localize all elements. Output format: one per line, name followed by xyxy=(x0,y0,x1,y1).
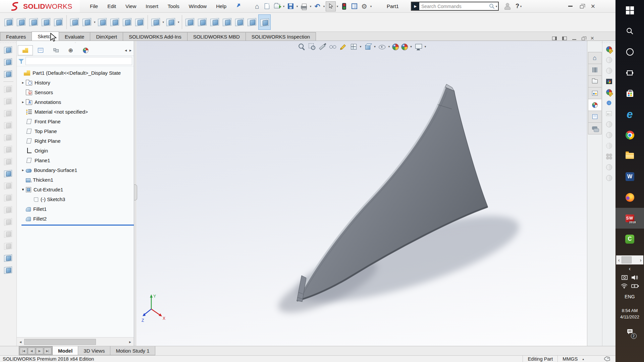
menu-insert[interactable]: Insert xyxy=(141,2,163,11)
panel-collapse-dot-icon[interactable]: ◦ xyxy=(17,41,134,45)
save-button[interactable] xyxy=(285,1,296,11)
search-commands-box[interactable]: ▶ ▾ xyxy=(411,2,499,11)
open-button[interactable] xyxy=(272,1,282,11)
tab-model[interactable]: Model xyxy=(52,346,78,355)
tree-item-sensors[interactable]: Sensors xyxy=(17,87,134,97)
tree-horizontal-scrollbar[interactable]: ◂ ▸ xyxy=(17,337,134,346)
word-button[interactable]: W xyxy=(615,166,644,187)
edit-appearance-icon[interactable] xyxy=(339,43,347,51)
ruled-surface-icon[interactable] xyxy=(109,14,121,30)
firefox-button[interactable] xyxy=(615,187,644,208)
tab-display-manager[interactable] xyxy=(78,45,93,55)
edit-decal-icon[interactable] xyxy=(604,87,614,97)
section-view-icon[interactable] xyxy=(318,43,326,51)
replace-face-icon[interactable] xyxy=(233,14,246,30)
units-caret-icon[interactable]: ▴ xyxy=(582,357,584,361)
document-restore-icon[interactable] xyxy=(582,38,585,40)
clock-date[interactable]: 4/11/2022 xyxy=(620,314,639,319)
camera-target-icon[interactable]: ⊕ xyxy=(604,98,614,108)
tab-dimxpert-manager[interactable]: ⊕ xyxy=(63,45,78,55)
tree-item-cut-extrude1[interactable]: ▼Cut-Extrude1 xyxy=(17,185,134,194)
cortana-button[interactable] xyxy=(615,42,644,62)
revolved-surface-icon[interactable] xyxy=(15,14,28,30)
filter-funnel-icon[interactable] xyxy=(18,59,24,64)
viewport-canvas[interactable]: ▾ ▾ ▾ ▾ ▾ xyxy=(137,41,587,346)
action-center-button[interactable]: 2 xyxy=(626,328,634,337)
tree-item-material[interactable]: Material <not specified> xyxy=(17,107,134,117)
home-button[interactable]: ⌂ xyxy=(252,1,262,11)
last-tab-button[interactable]: ▶| xyxy=(44,348,51,354)
taskbar-scrollbar[interactable]: ‹ › xyxy=(616,255,643,264)
tree-item-front-plane[interactable]: Front Plane xyxy=(17,117,134,126)
close-button[interactable]: × xyxy=(588,2,598,11)
panel-splitter-grip[interactable] xyxy=(134,184,137,200)
restore-button[interactable] xyxy=(577,2,587,11)
tag-icon[interactable] xyxy=(604,356,610,361)
document-close-icon[interactable]: × xyxy=(590,36,594,41)
search-commands-input[interactable] xyxy=(419,4,489,9)
select-tool-button[interactable] xyxy=(326,1,336,11)
delete-face-icon[interactable] xyxy=(246,14,258,30)
zoom-to-fit-icon[interactable] xyxy=(298,43,306,51)
lofted-surface-icon[interactable] xyxy=(40,14,52,30)
help-button[interactable]: ? xyxy=(516,3,519,10)
tab-solidworks-inspection[interactable]: SOLIDWORKS Inspection xyxy=(246,32,316,41)
edit-appearance-icon[interactable] xyxy=(604,44,614,54)
tab-file-explorer[interactable] xyxy=(588,75,602,87)
menu-view[interactable]: View xyxy=(121,2,141,11)
language-indicator[interactable]: ENG xyxy=(625,294,635,299)
tab-design-library[interactable] xyxy=(588,64,602,76)
menu-window[interactable]: Window xyxy=(184,2,211,11)
pin-menu-icon[interactable] xyxy=(234,3,243,10)
pane-right-icon[interactable] xyxy=(562,37,567,40)
scroll-left-icon[interactable]: ◂ xyxy=(17,340,23,344)
scrollbar-thumb[interactable] xyxy=(24,339,96,345)
apply-scene-caret-icon[interactable]: ▾ xyxy=(410,45,412,48)
feature-tool-icon[interactable] xyxy=(3,168,14,179)
search-dropdown-caret-icon[interactable]: ▾ xyxy=(495,5,498,8)
tablet-mode-icon[interactable] xyxy=(621,275,628,280)
fm-tab-prev-icon[interactable]: ◂ xyxy=(125,48,127,53)
tree-item-plane1[interactable]: Plane1 xyxy=(17,156,134,165)
tab-solidworks-mbd[interactable]: SOLIDWORKS MBD xyxy=(187,32,246,41)
view-settings-icon[interactable] xyxy=(414,43,422,51)
tab-evaluate[interactable]: Evaluate xyxy=(59,32,90,41)
untrim-surface-icon[interactable] xyxy=(196,14,209,30)
hidden-icons-chevron-icon[interactable]: ‹ xyxy=(629,266,631,272)
display-style-icon[interactable] xyxy=(364,43,372,51)
print-dropdown-caret-icon[interactable]: ▾ xyxy=(309,5,312,8)
menu-file[interactable]: File xyxy=(85,2,103,11)
tree-item-annotations[interactable]: ▸Annotations xyxy=(17,97,134,107)
thicken-icon[interactable] xyxy=(209,14,221,30)
first-tab-button[interactable]: |◀ xyxy=(20,348,27,354)
previous-tab-button[interactable]: ◀ xyxy=(28,348,35,354)
hide-show-items-icon[interactable] xyxy=(378,43,386,51)
tree-filter-input[interactable] xyxy=(25,57,132,65)
print-button[interactable] xyxy=(299,1,309,11)
expand-arrow-icon[interactable]: ▸ xyxy=(20,168,26,172)
clock-time[interactable]: 8:54 AM xyxy=(622,308,638,313)
taskbar-scroll-thumb[interactable] xyxy=(622,256,632,263)
hide-show-caret-icon[interactable]: ▾ xyxy=(388,45,390,48)
trim-surface-icon[interactable] xyxy=(184,14,196,30)
extend-surface-icon[interactable] xyxy=(150,14,162,30)
tab-solidworks-forum[interactable] xyxy=(588,122,602,134)
next-tab-button[interactable]: ▶ xyxy=(36,348,43,354)
tab-solidworks-resources[interactable]: ⌂ xyxy=(588,52,602,64)
expand-arrow-icon[interactable]: ▼ xyxy=(20,188,26,191)
view-orientation-icon[interactable] xyxy=(350,43,358,51)
tree-item-root[interactable]: Part1 (Default<<Default>_Display State xyxy=(17,68,134,78)
options-dropdown-caret-icon[interactable]: ▾ xyxy=(369,5,373,8)
tab-configuration-manager[interactable] xyxy=(48,45,63,55)
tab-appearances-scenes[interactable] xyxy=(588,99,602,111)
view-orientation-caret-icon[interactable]: ▾ xyxy=(360,45,362,48)
save-dropdown-caret-icon[interactable]: ▾ xyxy=(296,5,299,8)
edge-button[interactable]: e xyxy=(615,104,644,125)
feature-tool-icon[interactable] xyxy=(3,68,14,80)
taskbar-scroll-right-icon[interactable]: › xyxy=(638,257,643,263)
tab-3d-views[interactable]: 3D Views xyxy=(78,346,110,355)
tree-item-origin[interactable]: Origin xyxy=(17,146,134,156)
solidworks-taskbar-button[interactable]: SW 2018 xyxy=(615,208,644,229)
fm-tab-next-icon[interactable]: ▸ xyxy=(129,48,131,53)
apply-scene-icon[interactable] xyxy=(401,44,408,50)
